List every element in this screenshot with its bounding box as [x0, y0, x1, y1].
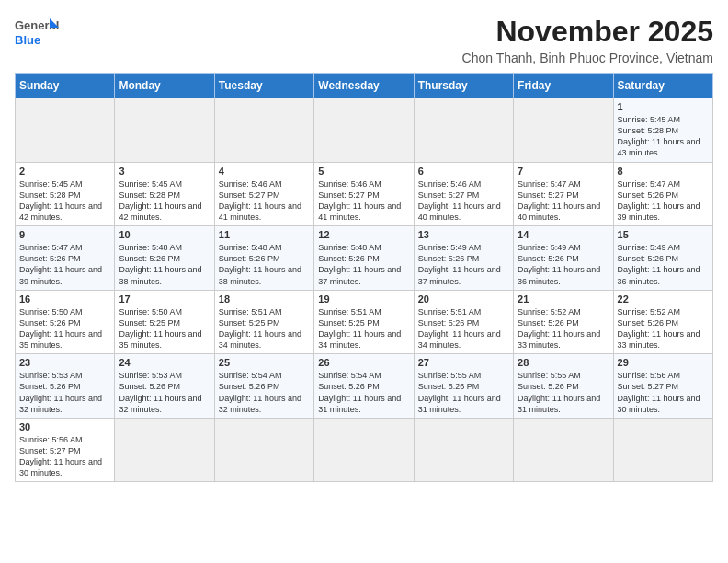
header: GeneralBlue November 2025 Chon Thanh, Bi… [15, 15, 713, 65]
weekday-header: Monday [115, 74, 214, 98]
day-info: Sunrise: 5:50 AM Sunset: 5:25 PM Dayligh… [119, 306, 210, 351]
day-info: Sunrise: 5:46 AM Sunset: 5:27 PM Dayligh… [318, 178, 409, 224]
calendar-cell [314, 98, 414, 163]
day-info: Sunrise: 5:48 AM Sunset: 5:26 PM Dayligh… [318, 242, 409, 287]
calendar-week-row: 1Sunrise: 5:45 AM Sunset: 5:28 PM Daylig… [16, 98, 713, 163]
day-number: 26 [318, 357, 409, 368]
day-number: 23 [19, 357, 110, 368]
calendar-cell: 11Sunrise: 5:48 AM Sunset: 5:26 PM Dayli… [214, 226, 313, 291]
day-info: Sunrise: 5:49 AM Sunset: 5:26 PM Dayligh… [418, 242, 509, 287]
day-number: 14 [518, 229, 609, 240]
calendar-cell: 3Sunrise: 5:45 AM Sunset: 5:28 PM Daylig… [115, 162, 214, 226]
day-info: Sunrise: 5:52 AM Sunset: 5:26 PM Dayligh… [618, 306, 709, 351]
day-number: 28 [518, 357, 609, 368]
day-info: Sunrise: 5:51 AM Sunset: 5:26 PM Dayligh… [418, 306, 509, 351]
calendar-cell: 17Sunrise: 5:50 AM Sunset: 5:25 PM Dayli… [115, 290, 214, 354]
day-info: Sunrise: 5:46 AM Sunset: 5:27 PM Dayligh… [418, 178, 509, 224]
calendar-cell: 4Sunrise: 5:46 AM Sunset: 5:27 PM Daylig… [214, 162, 313, 226]
calendar-cell: 15Sunrise: 5:49 AM Sunset: 5:26 PM Dayli… [613, 226, 712, 291]
svg-text:Blue: Blue [15, 33, 40, 47]
day-info: Sunrise: 5:53 AM Sunset: 5:26 PM Dayligh… [119, 370, 210, 415]
calendar-week-row: 9Sunrise: 5:47 AM Sunset: 5:26 PM Daylig… [16, 226, 713, 291]
calendar-table: SundayMondayTuesdayWednesdayThursdayFrid… [15, 73, 713, 482]
day-number: 20 [418, 293, 509, 304]
weekday-header: Friday [514, 74, 613, 98]
calendar-cell [514, 98, 613, 163]
calendar-cell: 1Sunrise: 5:45 AM Sunset: 5:28 PM Daylig… [613, 98, 712, 163]
day-info: Sunrise: 5:48 AM Sunset: 5:26 PM Dayligh… [119, 242, 210, 287]
day-info: Sunrise: 5:46 AM Sunset: 5:27 PM Dayligh… [219, 178, 310, 224]
calendar-cell: 22Sunrise: 5:52 AM Sunset: 5:26 PM Dayli… [613, 290, 712, 354]
calendar-cell [214, 418, 313, 482]
day-number: 16 [19, 293, 110, 304]
day-number: 1 [618, 101, 709, 112]
location-subtitle: Chon Thanh, Binh Phuoc Province, Vietnam [462, 51, 713, 65]
day-info: Sunrise: 5:47 AM Sunset: 5:26 PM Dayligh… [19, 242, 110, 287]
weekday-header: Thursday [414, 74, 513, 98]
calendar-cell: 23Sunrise: 5:53 AM Sunset: 5:26 PM Dayli… [16, 354, 115, 419]
calendar-week-row: 23Sunrise: 5:53 AM Sunset: 5:26 PM Dayli… [16, 354, 713, 419]
day-number: 21 [518, 293, 609, 304]
day-number: 24 [119, 357, 210, 368]
weekday-header: Wednesday [314, 74, 414, 98]
day-info: Sunrise: 5:47 AM Sunset: 5:26 PM Dayligh… [618, 178, 709, 224]
title-block: November 2025 Chon Thanh, Binh Phuoc Pro… [462, 15, 713, 65]
day-number: 30 [19, 421, 110, 432]
day-number: 8 [618, 166, 709, 177]
calendar-cell: 7Sunrise: 5:47 AM Sunset: 5:27 PM Daylig… [514, 162, 613, 226]
day-number: 3 [119, 166, 210, 177]
day-number: 15 [618, 229, 709, 240]
day-info: Sunrise: 5:54 AM Sunset: 5:26 PM Dayligh… [219, 370, 310, 415]
weekday-header: Saturday [613, 74, 712, 98]
calendar-cell: 14Sunrise: 5:49 AM Sunset: 5:26 PM Dayli… [514, 226, 613, 291]
day-number: 18 [219, 293, 310, 304]
day-info: Sunrise: 5:45 AM Sunset: 5:28 PM Dayligh… [618, 114, 709, 159]
calendar-cell: 12Sunrise: 5:48 AM Sunset: 5:26 PM Dayli… [314, 226, 414, 291]
day-number: 25 [219, 357, 310, 368]
day-info: Sunrise: 5:51 AM Sunset: 5:25 PM Dayligh… [318, 306, 409, 351]
calendar-cell: 19Sunrise: 5:51 AM Sunset: 5:25 PM Dayli… [314, 290, 414, 354]
day-info: Sunrise: 5:55 AM Sunset: 5:26 PM Dayligh… [518, 370, 609, 415]
calendar-cell: 21Sunrise: 5:52 AM Sunset: 5:26 PM Dayli… [514, 290, 613, 354]
day-number: 11 [219, 229, 310, 240]
day-number: 7 [518, 166, 609, 177]
calendar-cell: 26Sunrise: 5:54 AM Sunset: 5:26 PM Dayli… [314, 354, 414, 419]
calendar-cell: 24Sunrise: 5:53 AM Sunset: 5:26 PM Dayli… [115, 354, 214, 419]
calendar-cell: 2Sunrise: 5:45 AM Sunset: 5:28 PM Daylig… [16, 162, 115, 226]
calendar-cell: 8Sunrise: 5:47 AM Sunset: 5:26 PM Daylig… [613, 162, 712, 226]
day-info: Sunrise: 5:45 AM Sunset: 5:28 PM Dayligh… [19, 178, 110, 224]
day-info: Sunrise: 5:55 AM Sunset: 5:26 PM Dayligh… [418, 370, 509, 415]
day-info: Sunrise: 5:54 AM Sunset: 5:26 PM Dayligh… [318, 370, 409, 415]
day-number: 2 [19, 166, 110, 177]
calendar-week-row: 2Sunrise: 5:45 AM Sunset: 5:28 PM Daylig… [16, 162, 713, 226]
calendar-cell [414, 98, 513, 163]
day-number: 5 [318, 166, 409, 177]
calendar-cell: 30Sunrise: 5:56 AM Sunset: 5:27 PM Dayli… [16, 418, 115, 482]
calendar-cell [16, 98, 115, 163]
calendar-cell: 10Sunrise: 5:48 AM Sunset: 5:26 PM Dayli… [115, 226, 214, 291]
calendar-cell: 16Sunrise: 5:50 AM Sunset: 5:26 PM Dayli… [16, 290, 115, 354]
day-number: 17 [119, 293, 210, 304]
calendar-cell: 18Sunrise: 5:51 AM Sunset: 5:25 PM Dayli… [214, 290, 313, 354]
day-info: Sunrise: 5:52 AM Sunset: 5:26 PM Dayligh… [518, 306, 609, 351]
day-info: Sunrise: 5:45 AM Sunset: 5:28 PM Dayligh… [119, 178, 210, 224]
logo-svg: GeneralBlue [15, 15, 59, 50]
weekday-header: Sunday [16, 74, 115, 98]
calendar-cell: 27Sunrise: 5:55 AM Sunset: 5:26 PM Dayli… [414, 354, 513, 419]
calendar-cell: 28Sunrise: 5:55 AM Sunset: 5:26 PM Dayli… [514, 354, 613, 419]
month-year-title: November 2025 [462, 15, 713, 49]
day-info: Sunrise: 5:48 AM Sunset: 5:26 PM Dayligh… [219, 242, 310, 287]
day-number: 13 [418, 229, 509, 240]
logo: GeneralBlue [15, 15, 59, 50]
calendar-cell [115, 98, 214, 163]
calendar-cell: 6Sunrise: 5:46 AM Sunset: 5:27 PM Daylig… [414, 162, 513, 226]
day-info: Sunrise: 5:53 AM Sunset: 5:26 PM Dayligh… [19, 370, 110, 415]
day-number: 22 [618, 293, 709, 304]
calendar-cell: 13Sunrise: 5:49 AM Sunset: 5:26 PM Dayli… [414, 226, 513, 291]
day-info: Sunrise: 5:49 AM Sunset: 5:26 PM Dayligh… [518, 242, 609, 287]
calendar-cell: 5Sunrise: 5:46 AM Sunset: 5:27 PM Daylig… [314, 162, 414, 226]
calendar-cell: 20Sunrise: 5:51 AM Sunset: 5:26 PM Dayli… [414, 290, 513, 354]
calendar-body: 1Sunrise: 5:45 AM Sunset: 5:28 PM Daylig… [16, 98, 713, 482]
day-number: 27 [418, 357, 509, 368]
calendar-cell [514, 418, 613, 482]
